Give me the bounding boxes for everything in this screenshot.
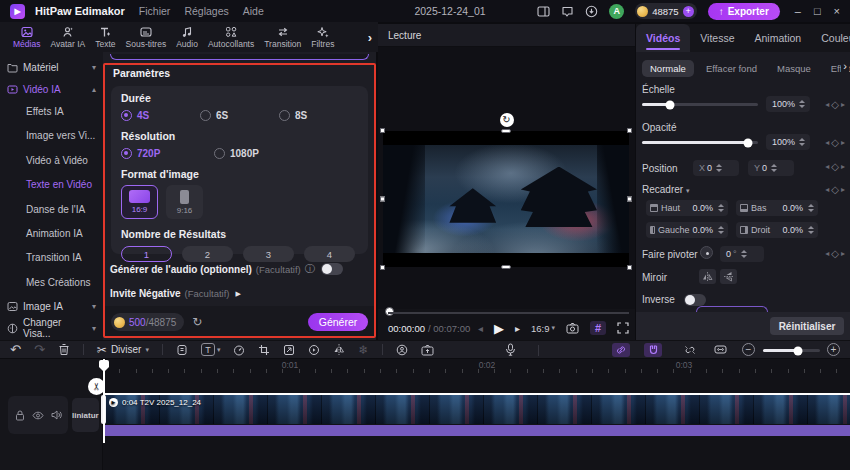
- flip-horizontal-button[interactable]: [699, 269, 716, 284]
- window-maximize-button[interactable]: □: [814, 5, 821, 17]
- stepper-arrows[interactable]: [741, 250, 747, 258]
- play-button[interactable]: ▶: [494, 321, 504, 336]
- expand-arrow-icon[interactable]: ▶: [235, 290, 240, 298]
- playback-speed-icon[interactable]: [308, 344, 320, 356]
- crop-right-field[interactable]: Droit0.0%: [736, 222, 818, 238]
- add-credits-icon[interactable]: +: [683, 6, 694, 17]
- previous-frame-button[interactable]: ◂: [478, 323, 483, 334]
- export-button[interactable]: ↑ Exporter: [708, 3, 780, 20]
- negative-prompt-row[interactable]: Invite Négative (Facultatif) ▶: [110, 288, 369, 299]
- sidebar-item-texte-en-video[interactable]: Texte en Vidéo: [0, 173, 103, 197]
- snapshot-export-icon[interactable]: [421, 344, 434, 356]
- tab-couleur[interactable]: Couleur: [811, 24, 850, 52]
- results-option-3[interactable]: 3: [243, 246, 294, 262]
- stepper-arrows[interactable]: [716, 164, 722, 172]
- stepper-arrows[interactable]: [799, 138, 805, 146]
- redo-button[interactable]: ↷: [34, 342, 45, 357]
- snapshot-camera-icon[interactable]: [566, 322, 579, 334]
- position-y-field[interactable]: Y0: [748, 160, 794, 176]
- menu-fichier[interactable]: Fichier: [139, 5, 171, 17]
- seek-bar[interactable]: [388, 312, 629, 314]
- user-avatar[interactable]: A: [609, 4, 624, 19]
- menu-reglages[interactable]: Réglages: [184, 5, 228, 17]
- ribbon-more-chevron[interactable]: ›: [368, 30, 376, 45]
- timeline-zoom-slider[interactable]: [763, 349, 820, 352]
- refresh-icon[interactable]: ↻: [192, 315, 202, 329]
- rotate-handle-icon[interactable]: ↻: [500, 113, 514, 127]
- duration-option-4s[interactable]: 4S: [121, 110, 200, 121]
- layout-panels-icon[interactable]: [537, 5, 550, 18]
- position-x-field[interactable]: X0: [693, 160, 739, 176]
- sidebar-item-image-vers-video[interactable]: Image vers Vi...: [0, 124, 103, 148]
- fit-timeline-icon[interactable]: [714, 344, 727, 355]
- sidebar-group-image-ia[interactable]: Image IA ▾: [0, 295, 103, 317]
- resolution-option-720p[interactable]: 720P: [121, 148, 214, 159]
- undo-button[interactable]: ↶: [10, 342, 21, 357]
- results-option-4[interactable]: 4: [304, 246, 355, 262]
- subtab-masque[interactable]: Masque: [769, 60, 819, 77]
- stepper-arrows[interactable]: [808, 226, 814, 234]
- resize-handle-w[interactable]: [380, 197, 385, 202]
- avatar-tool-icon[interactable]: [396, 344, 408, 356]
- resize-handle-e[interactable]: [627, 197, 632, 202]
- crop-label[interactable]: Recadrer ▾: [642, 184, 689, 195]
- subtab-normale[interactable]: Normale: [642, 60, 694, 77]
- stepper-arrows[interactable]: [808, 204, 814, 212]
- microphone-icon[interactable]: [505, 343, 516, 356]
- generate-button[interactable]: Générer: [308, 313, 368, 331]
- marker-badge-icon[interactable]: [176, 344, 188, 356]
- split-at-playhead-button[interactable]: ✂: [88, 378, 105, 395]
- opacity-value[interactable]: 100%: [766, 134, 810, 150]
- zoom-out-button[interactable]: −: [742, 343, 755, 356]
- stepper-arrows[interactable]: [718, 204, 724, 212]
- window-close-button[interactable]: ×: [834, 5, 840, 17]
- link-clips-button[interactable]: [612, 343, 630, 357]
- unlink-clips-icon[interactable]: [684, 345, 696, 355]
- tab-texte[interactable]: Texte: [90, 26, 120, 49]
- generate-audio-toggle[interactable]: [321, 263, 343, 275]
- rotate-keyframe-controls[interactable]: ◂◇▸: [825, 248, 845, 259]
- resize-handle-nw[interactable]: [380, 128, 385, 133]
- window-minimize-button[interactable]: –: [795, 5, 801, 17]
- download-icon[interactable]: [585, 5, 598, 18]
- tab-sous-titres[interactable]: Sous-titres: [121, 26, 172, 49]
- tab-videos[interactable]: Vidéos: [636, 24, 690, 52]
- grid-overlay-button[interactable]: #: [590, 321, 606, 335]
- rotate-value-field[interactable]: 0°: [720, 246, 764, 262]
- resize-handle-n[interactable]: [501, 129, 511, 133]
- video-clip[interactable]: ▶ 0:04 T2V 2025_12_24: [105, 393, 850, 424]
- aspect-option-16-9[interactable]: 16:9: [121, 185, 158, 219]
- fullscreen-icon[interactable]: [617, 322, 629, 334]
- aspect-ratio-dropdown[interactable]: 16:9▾: [531, 323, 555, 334]
- track-thumbnail-label[interactable]: liniatur: [72, 398, 99, 432]
- stepper-arrows[interactable]: [718, 226, 724, 234]
- menu-aide[interactable]: Aide: [243, 5, 264, 17]
- sidebar-item-mes-creations[interactable]: Mes Créations: [0, 271, 103, 295]
- resize-handle-se[interactable]: [627, 265, 632, 270]
- sidebar-item-danse-ia[interactable]: Danse de l'IA: [0, 198, 103, 222]
- position-keyframe-controls[interactable]: ◂◇▸: [825, 161, 845, 172]
- tab-vitesse[interactable]: Vitesse: [690, 24, 744, 52]
- tab-avatar-ia[interactable]: Avatar IA: [45, 26, 90, 49]
- aspect-option-9-16[interactable]: 9:16: [166, 185, 203, 219]
- crop-keyframe-controls[interactable]: ◂◇▸: [825, 184, 845, 195]
- duration-option-6s[interactable]: 6S: [200, 110, 279, 121]
- hide-track-icon[interactable]: [32, 411, 44, 420]
- sidebar-item-video-a-video[interactable]: Vidéo à Vidéo: [0, 149, 103, 173]
- opacity-slider[interactable]: [642, 141, 758, 144]
- crop-bottom-field[interactable]: Bas0.0%: [736, 200, 818, 216]
- speed-gauge-icon[interactable]: [233, 344, 245, 356]
- tab-audio[interactable]: Audio: [171, 26, 203, 49]
- transform-export-icon[interactable]: [283, 344, 295, 356]
- text-style-button[interactable]: T▾: [201, 343, 221, 356]
- sidebar-item-transition-ia[interactable]: Transition IA: [0, 246, 103, 270]
- preview-canvas[interactable]: ↻: [378, 47, 635, 309]
- sidebar-group-video-ia[interactable]: Vidéo IA ▴: [0, 78, 103, 100]
- reverse-toggle[interactable]: [684, 294, 706, 306]
- opacity-keyframe-controls[interactable]: ◂◇▸: [825, 137, 845, 148]
- magnet-snap-button[interactable]: [644, 343, 662, 357]
- scale-slider[interactable]: [642, 103, 758, 106]
- scale-value[interactable]: 100%: [766, 96, 810, 112]
- resize-handle-sw[interactable]: [380, 265, 385, 270]
- reset-button[interactable]: Réinitialiser: [770, 317, 844, 335]
